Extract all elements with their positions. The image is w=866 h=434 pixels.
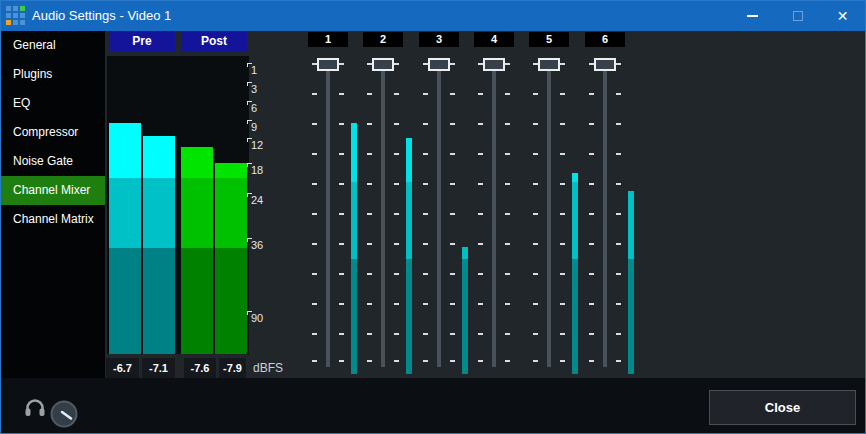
channel-slider-track[interactable] — [603, 61, 607, 367]
slider-tick — [394, 93, 399, 95]
slider-tick — [505, 333, 510, 335]
channel-2-slider-handle[interactable] — [372, 58, 394, 71]
slider-tick — [533, 333, 538, 335]
slider-tick — [505, 183, 510, 185]
channel-5-slider-handle[interactable] — [538, 58, 560, 71]
slider-tick — [616, 360, 621, 362]
slider-tick — [312, 213, 317, 215]
slider-tick — [423, 153, 428, 155]
channel-6-level-meter — [628, 191, 634, 374]
scale-label: 18 — [251, 164, 263, 176]
slider-tick — [339, 213, 344, 215]
headphones-icon[interactable] — [24, 399, 46, 421]
slider-tick — [450, 183, 455, 185]
slider-tick — [394, 273, 399, 275]
slider-tick — [616, 183, 621, 185]
channel-1-slider-handle[interactable] — [317, 58, 339, 71]
slider-tick — [450, 360, 455, 362]
channel-4-slider-handle[interactable] — [483, 58, 505, 71]
slider-tick — [560, 333, 565, 335]
channel-header-6: 6 — [585, 32, 625, 47]
slider-tick — [560, 303, 565, 305]
close-window-button[interactable]: ✕ — [820, 1, 865, 31]
scale-label: 9 — [251, 121, 257, 133]
slider-tick — [339, 303, 344, 305]
sidebar-item-plugins[interactable]: Plugins — [1, 60, 105, 89]
channel-3-slider-handle[interactable] — [428, 58, 450, 71]
channel-header-4: 4 — [474, 32, 514, 47]
slider-tick — [423, 243, 428, 245]
slider-tick — [423, 303, 428, 305]
meter-value: -7.1 — [142, 358, 175, 378]
slider-tick — [312, 333, 317, 335]
slider-tick — [533, 303, 538, 305]
slider-tick — [560, 213, 565, 215]
logo-square — [13, 6, 18, 11]
channel-5-level-meter — [572, 173, 578, 374]
slider-tick — [533, 360, 538, 362]
slider-tick — [367, 153, 372, 155]
sidebar-item-channel-matrix[interactable]: Channel Matrix — [1, 205, 105, 234]
slider-tick — [560, 273, 565, 275]
channel-header-2: 2 — [363, 32, 403, 47]
slider-tick — [478, 213, 483, 215]
channel-3-level-meter — [462, 247, 468, 374]
footer-bar: Close — [1, 378, 865, 433]
sidebar-item-general[interactable]: General — [1, 31, 105, 60]
slider-tick — [423, 183, 428, 185]
slider-tick — [394, 153, 399, 155]
scale-label: 3 — [251, 83, 257, 95]
logo-square — [13, 20, 18, 25]
slider-tick — [312, 243, 317, 245]
post-meter-bar — [215, 163, 247, 354]
slider-tick — [394, 360, 399, 362]
slider-tick — [312, 303, 317, 305]
slider-tick — [367, 333, 372, 335]
sidebar-item-eq[interactable]: EQ — [1, 89, 105, 118]
slider-tick — [423, 333, 428, 335]
logo-square — [6, 13, 11, 18]
app-logo-icon — [6, 6, 27, 27]
channel-slider-track[interactable] — [437, 61, 441, 367]
main-panel: GeneralPluginsEQCompressorNoise GateChan… — [1, 31, 865, 378]
slider-tick — [339, 123, 344, 125]
slider-tick — [505, 93, 510, 95]
slider-tick — [505, 243, 510, 245]
pre-meter-bar — [143, 136, 175, 354]
slider-tick — [505, 213, 510, 215]
slider-tick — [616, 243, 621, 245]
slider-tick — [589, 93, 594, 95]
slider-tick — [616, 273, 621, 275]
channel-2-level-meter — [406, 138, 412, 374]
channel-slider-track[interactable] — [492, 61, 496, 367]
sidebar: GeneralPluginsEQCompressorNoise GateChan… — [1, 31, 105, 378]
titlebar: Audio Settings - Video 1 ✕ — [1, 1, 865, 31]
monitor-volume-knob[interactable] — [50, 400, 78, 432]
logo-square — [20, 13, 25, 18]
sidebar-item-noise-gate[interactable]: Noise Gate — [1, 147, 105, 176]
slider-tick — [589, 123, 594, 125]
slider-tick — [505, 123, 510, 125]
slider-tick — [312, 153, 317, 155]
slider-tick — [505, 303, 510, 305]
slider-tick — [533, 243, 538, 245]
logo-square — [20, 6, 25, 11]
channel-slider-track[interactable] — [381, 61, 385, 367]
slider-tick — [560, 63, 565, 65]
sidebar-item-compressor[interactable]: Compressor — [1, 118, 105, 147]
slider-tick — [367, 243, 372, 245]
post-meter-label: Post — [181, 32, 247, 51]
audio-settings-window: Audio Settings - Video 1 ✕ GeneralPlugin… — [0, 0, 866, 434]
channel-6-slider-handle[interactable] — [594, 58, 616, 71]
close-button[interactable]: Close — [709, 390, 856, 425]
slider-tick — [312, 123, 317, 125]
sidebar-item-channel-mixer[interactable]: Channel Mixer — [1, 176, 105, 205]
minimize-button[interactable] — [730, 1, 775, 31]
scale-label: 90 — [251, 312, 263, 324]
window-controls: ✕ — [730, 1, 865, 31]
channel-slider-track[interactable] — [326, 61, 330, 367]
channel-slider-track[interactable] — [547, 61, 551, 367]
slider-tick — [450, 243, 455, 245]
pre-meter-bar — [109, 123, 141, 354]
slider-tick — [339, 243, 344, 245]
